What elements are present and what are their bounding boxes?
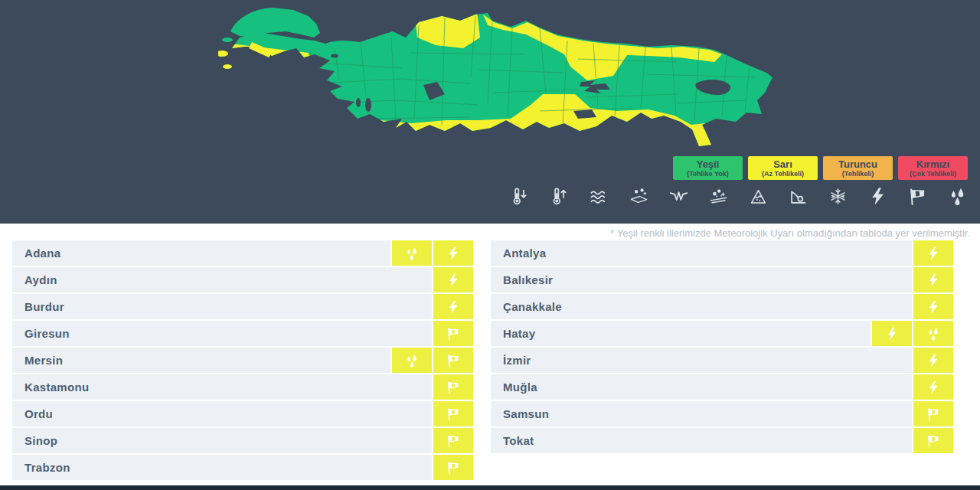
map-thrace[interactable] (230, 8, 320, 38)
lightning-warning-cell[interactable] (872, 321, 912, 346)
province-row: Mersin (12, 348, 473, 373)
province-name: Hatay (491, 327, 535, 340)
province-row: Muğla (491, 374, 953, 400)
rain-icon (947, 186, 968, 207)
lightning-warning-cell[interactable] (433, 240, 473, 266)
lightning-warning-cell[interactable] (913, 240, 953, 266)
province-row: Trabzon (12, 455, 473, 480)
avalanche-icon (748, 186, 769, 207)
province-name: Tokat (491, 434, 534, 447)
province-name: Kastamonu (12, 381, 89, 394)
warning-cells (390, 240, 473, 266)
warning-cells (912, 240, 953, 266)
legend-box-2: Sarı(Az Tehlikeli) (748, 156, 818, 180)
green-province-note: * Yeşil renkli illerimizde Meteorolojik … (610, 227, 970, 239)
lightning-warning-cell[interactable] (913, 348, 953, 373)
map-warning-west[interactable] (218, 42, 315, 146)
lightning-icon (867, 186, 888, 207)
rough-sea-icon (589, 186, 609, 207)
warning-cells (912, 294, 953, 319)
warning-cells (912, 374, 953, 400)
wind-warning-cell[interactable] (433, 401, 473, 426)
warning-cells (912, 401, 953, 426)
warnings-table-right: AntalyaBalıkesirÇanakkaleHatayİzmirMuğla… (491, 240, 953, 453)
province-name: Aydın (12, 273, 57, 286)
warning-cells (912, 428, 953, 453)
province-row: İzmir (491, 348, 953, 373)
legend-label: Kırmızı (916, 159, 949, 170)
province-name: Mersin (12, 354, 63, 367)
province-row: Aydın (12, 267, 473, 292)
frost-icon (828, 186, 848, 207)
rain-warning-cell[interactable] (913, 321, 953, 346)
province-name: Ordu (12, 407, 53, 420)
wind-warning-cell[interactable] (433, 348, 473, 373)
wind-warning-cell[interactable] (913, 401, 953, 426)
warning-type-icons (509, 186, 968, 207)
province-name: Çanakkale (491, 300, 562, 313)
lightning-warning-cell[interactable] (433, 294, 473, 319)
legend-label: Sarı (773, 159, 792, 170)
warning-cells (432, 455, 473, 480)
province-row: Adana (12, 240, 473, 266)
province-row: Burdur (12, 294, 473, 319)
landslide-icon (788, 186, 808, 207)
rain-warning-cell[interactable] (392, 348, 432, 373)
lightning-warning-cell[interactable] (913, 294, 953, 319)
lightning-warning-cell[interactable] (913, 267, 953, 292)
legend-sublabel: (Az Tehlikeli) (762, 170, 804, 178)
thermometer-low-icon (509, 186, 530, 207)
warnings-table-left: AdanaAydınBurdurGiresunMersinKastamonuOr… (12, 240, 473, 480)
wind-warning-cell[interactable] (433, 455, 473, 480)
province-name: Adana (12, 247, 60, 260)
province-row: Sinop (12, 428, 473, 453)
warning-cells (432, 267, 473, 292)
legend-label: Turuncu (838, 159, 877, 170)
thermometer-high-icon (549, 186, 570, 207)
warning-cells (432, 321, 473, 346)
warning-cells (871, 321, 953, 346)
legend-label: Yeşil (697, 159, 720, 170)
legend-sublabel: (Tehlike Yok) (687, 170, 729, 178)
lightning-warning-cell[interactable] (913, 374, 953, 400)
province-row: Tokat (491, 428, 953, 453)
wind-icon (907, 186, 928, 207)
province-name: Samsun (491, 407, 549, 420)
warning-cells (912, 348, 953, 373)
wind-warning-cell[interactable] (913, 428, 953, 453)
snow-icon (629, 186, 649, 207)
province-row: Hatay (491, 321, 953, 346)
warning-cells (432, 374, 473, 400)
footer-bar (0, 485, 980, 490)
province-name: Trabzon (12, 461, 70, 474)
legend-box-4: Kırmızı(Çok Tehlikeli) (898, 156, 968, 180)
province-row: Kastamonu (12, 374, 473, 400)
province-row: Giresun (12, 321, 473, 346)
map-header-panel: Yeşil(Tehlike Yok)Sarı(Az Tehlikeli)Turu… (0, 0, 980, 224)
turkey-warning-map[interactable] (218, 4, 777, 149)
fog-icon (668, 186, 689, 207)
wind-warning-cell[interactable] (433, 321, 473, 346)
risk-legend: Yeşil(Tehlike Yok)Sarı(Az Tehlikeli)Turu… (673, 156, 968, 180)
blizzard-icon (708, 186, 729, 207)
legend-box-1: Yeşil(Tehlike Yok) (673, 156, 743, 180)
legend-sublabel: (Tehlikeli) (842, 170, 874, 178)
rain-warning-cell[interactable] (392, 240, 432, 266)
wind-warning-cell[interactable] (433, 374, 473, 400)
warning-cells (390, 348, 473, 373)
warning-cells (432, 294, 473, 319)
province-row: Çanakkale (491, 294, 953, 319)
warning-cells (912, 267, 953, 292)
province-row: Samsun (491, 401, 953, 426)
province-name: Sinop (12, 434, 57, 447)
mgm-warning-page: Yeşil(Tehlike Yok)Sarı(Az Tehlikeli)Turu… (0, 0, 980, 490)
legend-sublabel: (Çok Tehlikeli) (910, 170, 956, 178)
wind-warning-cell[interactable] (433, 428, 473, 453)
warning-cells (432, 401, 473, 426)
province-name: Giresun (12, 327, 70, 340)
lightning-warning-cell[interactable] (433, 267, 473, 292)
province-row: Ordu (12, 401, 473, 426)
province-row: Balıkesir (491, 267, 953, 292)
province-name: Antalya (491, 247, 546, 260)
province-name: İzmir (491, 354, 531, 367)
